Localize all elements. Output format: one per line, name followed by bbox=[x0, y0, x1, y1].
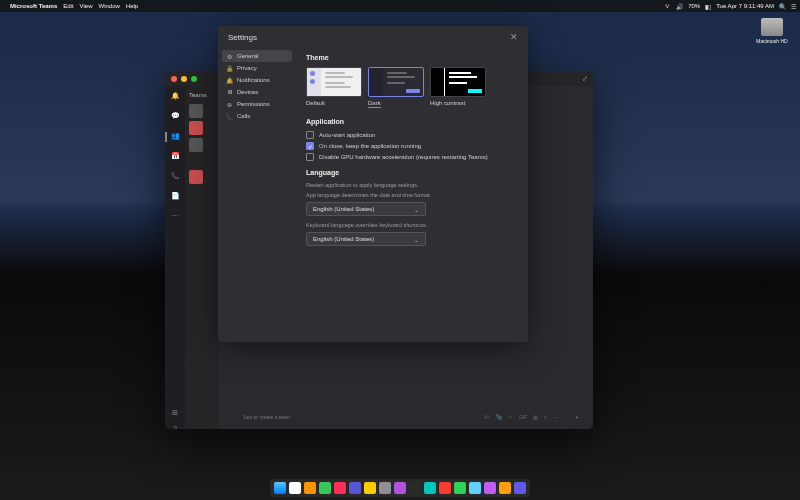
desktop-hd-icon[interactable]: Macintosh HD bbox=[756, 18, 788, 44]
more-icon[interactable]: ⋯ bbox=[554, 414, 559, 420]
macos-dock bbox=[270, 479, 530, 497]
rail-activity-icon[interactable]: 🔔 bbox=[170, 92, 180, 102]
rail-apps-icon[interactable]: ⊞ bbox=[170, 409, 180, 417]
dock-app-icon[interactable] bbox=[289, 482, 301, 494]
send-icon[interactable]: ➤ bbox=[575, 414, 579, 420]
menu-help[interactable]: Help bbox=[126, 3, 138, 9]
settings-nav: ⚙General 🔒Privacy 🔔Notifications 🖥Device… bbox=[218, 48, 296, 342]
wifi-icon[interactable]: ᯤ bbox=[665, 3, 671, 9]
theme-option-default[interactable]: Default bbox=[306, 67, 362, 108]
rail-more-icon[interactable]: ⋯ bbox=[170, 212, 180, 222]
menubar-datetime[interactable]: Tue Apr 7 9:11:49 AM bbox=[716, 3, 774, 9]
theme-label: High contrast bbox=[430, 100, 465, 106]
dock-app-icon[interactable] bbox=[274, 482, 286, 494]
close-icon[interactable]: ✕ bbox=[510, 32, 518, 42]
dock-app-icon[interactable] bbox=[469, 482, 481, 494]
theme-option-high-contrast[interactable]: High contrast bbox=[430, 67, 486, 108]
dock-app-icon[interactable] bbox=[439, 482, 451, 494]
checkbox-icon bbox=[306, 131, 314, 139]
nav-permissions[interactable]: ⊕Permissions bbox=[222, 98, 292, 110]
menu-edit[interactable]: Edit bbox=[63, 3, 73, 9]
zoom-button[interactable] bbox=[191, 76, 197, 82]
rail-chat-icon[interactable]: 💬 bbox=[170, 112, 180, 122]
spotlight-icon[interactable]: 🔍 bbox=[779, 3, 786, 10]
dock-app-icon[interactable] bbox=[484, 482, 496, 494]
theme-preview-default bbox=[306, 67, 362, 97]
expand-icon[interactable]: ⤢ bbox=[582, 75, 588, 83]
phone-icon: 📞 bbox=[226, 113, 233, 120]
checkbox-auto-start[interactable]: Auto-start application bbox=[306, 131, 518, 139]
theme-label: Default bbox=[306, 100, 325, 106]
nav-label: Calls bbox=[237, 113, 250, 119]
attach-icon[interactable]: 📎 bbox=[496, 414, 502, 420]
checkbox-keep-running[interactable]: ✓ On close, keep the application running bbox=[306, 142, 518, 150]
hd-icon bbox=[761, 18, 783, 36]
nav-notifications[interactable]: 🔔Notifications bbox=[222, 74, 292, 86]
select-value: English (United States) bbox=[313, 206, 374, 212]
dock-app-icon[interactable] bbox=[334, 482, 346, 494]
team-tile[interactable] bbox=[189, 170, 203, 184]
nav-general[interactable]: ⚙General bbox=[222, 50, 292, 62]
minimize-button[interactable] bbox=[181, 76, 187, 82]
nav-privacy[interactable]: 🔒Privacy bbox=[222, 62, 292, 74]
close-button[interactable] bbox=[171, 76, 177, 82]
checkbox-label: On close, keep the application running bbox=[319, 143, 421, 149]
checkbox-disable-gpu[interactable]: Disable GPU hardware acceleration (requi… bbox=[306, 153, 518, 161]
menu-window[interactable]: Window bbox=[98, 3, 119, 9]
application-section-title: Application bbox=[306, 118, 518, 125]
rail-files-icon[interactable]: 📄 bbox=[170, 192, 180, 202]
settings-title: Settings bbox=[228, 33, 257, 42]
app-rail: 🔔 💬 👥 📅 📞 📄 ⋯ ⊞ ? bbox=[165, 86, 185, 429]
dock-app-icon[interactable] bbox=[424, 482, 436, 494]
keyboard-language-note: Keyboard language overrides keyboard sho… bbox=[306, 222, 518, 228]
app-menu[interactable]: Microsoft Teams bbox=[10, 3, 57, 9]
sticker-icon[interactable]: ▦ bbox=[533, 414, 538, 420]
dock-app-icon[interactable] bbox=[454, 482, 466, 494]
team-tile[interactable] bbox=[189, 121, 203, 135]
settings-modal: Settings ✕ ⚙General 🔒Privacy 🔔Notificati… bbox=[218, 26, 528, 342]
emoji-icon[interactable]: ☺ bbox=[508, 414, 513, 420]
dock-app-icon[interactable] bbox=[394, 482, 406, 494]
dock-app-icon[interactable] bbox=[499, 482, 511, 494]
dock-app-icon[interactable] bbox=[364, 482, 376, 494]
teams-list-panel: Teams bbox=[185, 86, 219, 429]
teams-header: Teams bbox=[187, 90, 217, 100]
key-icon: ⊕ bbox=[226, 101, 233, 108]
dock-app-icon[interactable] bbox=[379, 482, 391, 494]
rail-teams-icon[interactable]: 👥 bbox=[170, 132, 180, 142]
volume-icon[interactable]: 🔊 bbox=[676, 3, 683, 10]
checkbox-label: Disable GPU hardware acceleration (requi… bbox=[319, 154, 488, 160]
rail-calls-icon[interactable]: 📞 bbox=[170, 172, 180, 182]
control-center-icon[interactable]: ☰ bbox=[791, 3, 796, 10]
keyboard-language-select[interactable]: English (United States) ⌄ bbox=[306, 232, 426, 246]
chevron-down-icon: ⌄ bbox=[414, 236, 419, 243]
rail-calendar-icon[interactable]: 📅 bbox=[170, 152, 180, 162]
dock-app-icon[interactable] bbox=[409, 482, 421, 494]
menu-view[interactable]: View bbox=[80, 3, 93, 9]
join-create-team[interactable]: Join or create a team bbox=[243, 414, 290, 420]
dock-app-icon[interactable] bbox=[304, 482, 316, 494]
gif-icon[interactable]: GIF bbox=[519, 414, 527, 420]
dock-app-icon[interactable] bbox=[514, 482, 526, 494]
dock-app-icon[interactable] bbox=[349, 482, 361, 494]
settings-content: Theme Default Dark bbox=[296, 48, 528, 342]
chevron-down-icon: ⌄ bbox=[414, 206, 419, 213]
team-tile[interactable] bbox=[189, 138, 203, 152]
language-section-title: Language bbox=[306, 169, 518, 176]
meet-icon[interactable]: ▷ bbox=[544, 414, 548, 420]
dock-app-icon[interactable] bbox=[319, 482, 331, 494]
nav-calls[interactable]: 📞Calls bbox=[222, 110, 292, 122]
team-tile[interactable] bbox=[189, 104, 203, 118]
select-value: English (United States) bbox=[313, 236, 374, 242]
rail-help-icon[interactable]: ? bbox=[170, 425, 180, 429]
checkbox-label: Auto-start application bbox=[319, 132, 375, 138]
nav-devices[interactable]: 🖥Devices bbox=[222, 86, 292, 98]
battery-icon[interactable]: ▮▯ bbox=[705, 3, 711, 10]
nav-label: Privacy bbox=[237, 65, 257, 71]
theme-option-dark[interactable]: Dark bbox=[368, 67, 424, 108]
nav-label: Notifications bbox=[237, 77, 270, 83]
theme-section-title: Theme bbox=[306, 54, 518, 61]
format-icon[interactable]: Aᵃ bbox=[484, 414, 489, 420]
app-language-note: App language determines the date and tim… bbox=[306, 192, 518, 198]
app-language-select[interactable]: English (United States) ⌄ bbox=[306, 202, 426, 216]
